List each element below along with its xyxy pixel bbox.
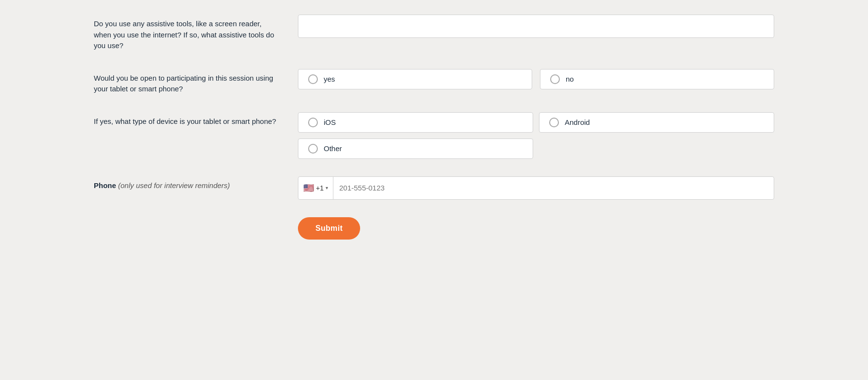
- assistive-tools-row: Do you use any assistive tools, like a s…: [94, 15, 774, 52]
- assistive-tools-answer: [298, 15, 774, 38]
- device-ios-option[interactable]: iOS: [298, 112, 533, 133]
- tablet-open-question: Would you be open to participating in th…: [94, 69, 298, 95]
- submit-row: Submit: [94, 217, 774, 240]
- phone-answer: 🇺🇸 +1 ▾: [298, 176, 774, 200]
- phone-label-bold: Phone: [94, 181, 116, 190]
- device-type-answer: iOS Android Other: [298, 112, 774, 159]
- tablet-open-no-option[interactable]: no: [540, 69, 774, 89]
- tablet-open-row: Would you be open to participating in th…: [94, 69, 774, 95]
- submit-button[interactable]: Submit: [298, 217, 360, 240]
- phone-label-italic: (only used for interview reminders): [118, 181, 230, 190]
- country-code-label: +1: [316, 184, 324, 192]
- device-type-options: iOS Android Other: [298, 112, 774, 159]
- phone-number-input[interactable]: [333, 184, 774, 192]
- phone-question: Phone (only used for interview reminders…: [94, 176, 298, 191]
- tablet-open-yes-radio[interactable]: [308, 74, 318, 84]
- phone-country-selector[interactable]: 🇺🇸 +1 ▾: [298, 177, 333, 199]
- device-type-question: If yes, what type of device is your tabl…: [94, 112, 298, 127]
- us-flag-icon: 🇺🇸: [303, 183, 314, 193]
- device-ios-radio[interactable]: [308, 118, 318, 127]
- tablet-open-yes-option[interactable]: yes: [298, 69, 532, 89]
- phone-field: 🇺🇸 +1 ▾: [298, 176, 774, 200]
- form-container: Do you use any assistive tools, like a s…: [94, 15, 774, 240]
- tablet-open-options: yes no: [298, 69, 774, 89]
- assistive-tools-question: Do you use any assistive tools, like a s…: [94, 15, 298, 52]
- country-dropdown-icon: ▾: [326, 185, 328, 190]
- device-android-radio[interactable]: [549, 118, 559, 127]
- device-type-row: If yes, what type of device is your tabl…: [94, 112, 774, 159]
- tablet-open-answer: yes no: [298, 69, 774, 89]
- device-other-option[interactable]: Other: [298, 138, 533, 159]
- device-other-radio[interactable]: [308, 144, 318, 154]
- assistive-tools-input[interactable]: [298, 15, 774, 38]
- device-android-option[interactable]: Android: [539, 112, 774, 133]
- phone-row: Phone (only used for interview reminders…: [94, 176, 774, 200]
- tablet-open-no-radio[interactable]: [550, 74, 560, 84]
